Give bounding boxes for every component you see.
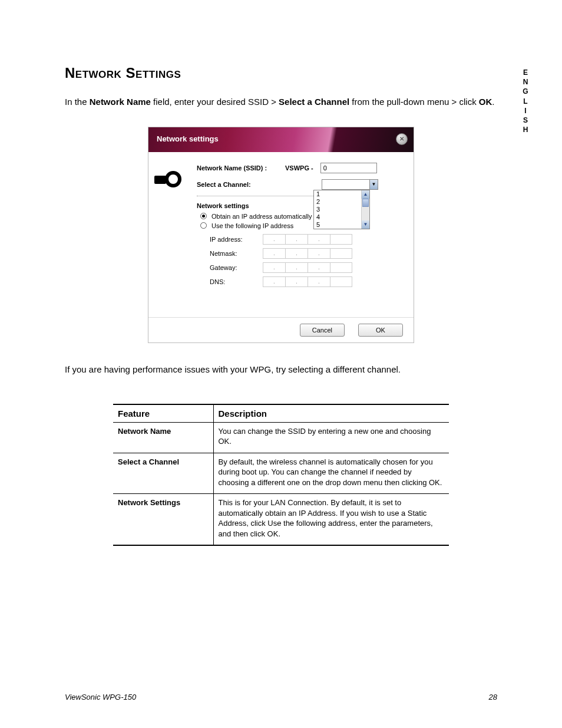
table-row: Network Name You can change the SSID by … [113,422,449,453]
col-description: Description [213,404,449,423]
intro-paragraph: In the Network Name field, enter your de… [65,95,497,109]
ip-octet-input[interactable]: . [285,248,308,259]
page-number: 28 [489,693,497,701]
ip-address-label: IP address: [210,236,263,243]
ip-octet-input[interactable] [330,248,352,259]
feature-table: Feature Description Network Name You can… [113,404,449,546]
ip-octet-input[interactable]: . [263,276,285,287]
ip-fields-group: IP address: ... Netmask: ... Gateway: ..… [210,234,403,287]
ip-octet-input[interactable] [330,262,352,273]
scroll-up-icon[interactable]: ▲ [362,190,369,199]
channel-dropdown-list[interactable]: 1 2 3 4 5 ▲ ▼ [313,190,370,229]
dialog-header: Network settings ✕ [148,127,414,152]
scroll-down-icon[interactable]: ▼ [362,220,369,229]
ip-octet-input[interactable]: . [285,276,308,287]
table-row: Network Settings This is for your LAN Co… [113,494,449,546]
ip-octet-input[interactable]: . [308,262,330,273]
page-title: Network Settings [65,65,497,81]
ip-octet-input[interactable]: . [285,234,308,245]
key-icon [154,170,183,189]
radio-manual-label: Use the following IP address [211,222,293,229]
radio-auto-label: Obtain an IP address automatically [211,213,312,220]
channel-select[interactable]: ▼ [322,179,378,190]
dialog-title: Network settings [157,134,219,143]
dns-label: DNS: [210,278,263,285]
radio-auto-ip[interactable] [200,213,207,219]
network-settings-subtitle: Network settings [197,202,403,209]
performance-note: If you are having performance issues wit… [65,364,497,374]
ip-octet-input[interactable]: . [308,248,330,259]
ip-octet-input[interactable] [330,234,352,245]
scroll-thumb[interactable] [362,199,369,207]
cancel-button[interactable]: Cancel [300,324,345,337]
ip-octet-input[interactable]: . [308,276,330,287]
ssid-prefix: VSWPG - [285,164,313,172]
radio-manual-ip[interactable] [200,222,207,229]
ip-octet-input[interactable]: . [263,234,285,245]
ssid-input[interactable] [320,163,377,173]
ok-button[interactable]: OK [358,324,403,337]
page-footer: ViewSonic WPG-150 28 [65,693,497,701]
product-name: ViewSonic WPG-150 [65,693,136,701]
close-icon[interactable]: ✕ [396,133,408,145]
ip-octet-input[interactable]: . [263,248,285,259]
col-feature: Feature [113,404,213,423]
ip-octet-input[interactable]: . [285,262,308,273]
network-settings-dialog: Network settings ✕ Network Name (SSID) :… [148,127,414,343]
ssid-label: Network Name (SSID) : [197,164,285,172]
ip-octet-input[interactable] [330,276,352,287]
table-row: Select a Channel By default, the wireles… [113,453,449,494]
netmask-label: Netmask: [210,250,263,257]
ip-octet-input[interactable]: . [263,262,285,273]
scrollbar[interactable]: ▲ ▼ [361,190,369,229]
gateway-label: Gateway: [210,264,263,271]
channel-label: Select a Channel: [197,181,285,188]
ip-octet-input[interactable]: . [308,234,330,245]
chevron-down-icon: ▼ [369,180,378,189]
